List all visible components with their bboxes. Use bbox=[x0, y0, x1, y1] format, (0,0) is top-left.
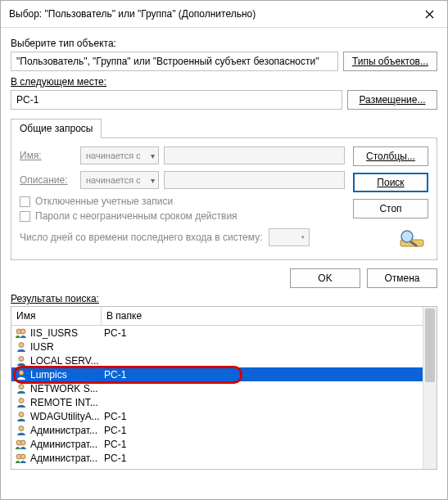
chevron-down-icon: ▾ bbox=[151, 176, 155, 185]
user-icon bbox=[15, 397, 28, 408]
description-label: Описание: bbox=[20, 174, 75, 186]
list-item-folder: PC-1 bbox=[101, 453, 437, 464]
user-icon bbox=[15, 425, 28, 436]
svg-point-9 bbox=[19, 398, 24, 403]
object-types-button[interactable]: Типы объектов... bbox=[343, 52, 437, 71]
disabled-accounts-label: Отключенные учетные записи bbox=[35, 196, 173, 207]
user-icon bbox=[15, 383, 28, 394]
user-icon bbox=[15, 355, 28, 367]
chevron-down-icon: ▾ bbox=[297, 234, 309, 241]
list-item-name: Администрат... bbox=[30, 439, 101, 450]
description-input[interactable] bbox=[164, 171, 345, 189]
column-header-folder[interactable]: В папке bbox=[102, 307, 437, 325]
object-type-label: Выберите тип объекта: bbox=[11, 38, 437, 49]
cancel-button[interactable]: Отмена bbox=[367, 268, 437, 288]
list-item-name: Администрат... bbox=[30, 453, 101, 464]
ok-button[interactable]: OK bbox=[290, 268, 360, 288]
list-item-name: IUSR bbox=[30, 341, 101, 353]
results-label: Результаты поиска: bbox=[11, 293, 437, 304]
columns-button[interactable]: Столбцы... bbox=[353, 146, 428, 166]
days-since-logon-combo[interactable]: ▾ bbox=[269, 228, 310, 246]
svg-point-5 bbox=[19, 342, 24, 347]
description-match-combo[interactable]: начинается с▾ bbox=[80, 171, 159, 189]
name-match-combo[interactable]: начинается с▾ bbox=[80, 146, 159, 164]
user-icon bbox=[15, 369, 28, 381]
results-list[interactable]: Имя В папке IIS_IUSRSPC-1IUSRLOCAL SERV.… bbox=[11, 306, 437, 470]
search-icon bbox=[396, 225, 428, 251]
user-icon bbox=[15, 341, 28, 353]
svg-point-15 bbox=[20, 454, 25, 459]
close-icon bbox=[425, 10, 434, 19]
list-item-name: WDAGUtilityA... bbox=[30, 411, 101, 422]
list-item[interactable]: LumpicsPC-1 bbox=[11, 367, 437, 381]
list-item-folder: PC-1 bbox=[101, 327, 437, 339]
group-icon bbox=[15, 327, 28, 339]
scrollbar[interactable] bbox=[423, 307, 437, 469]
list-item-folder: PC-1 bbox=[101, 439, 437, 450]
name-input[interactable] bbox=[164, 146, 345, 164]
svg-point-13 bbox=[20, 440, 25, 445]
disabled-accounts-checkbox[interactable] bbox=[20, 196, 30, 207]
list-item-name: Администрат... bbox=[30, 425, 101, 436]
list-item[interactable]: REMOTE INT... bbox=[11, 395, 437, 409]
nonexpiring-passwords-checkbox[interactable] bbox=[20, 211, 30, 222]
location-button[interactable]: Размещение... bbox=[347, 90, 437, 110]
group-icon bbox=[15, 453, 28, 464]
list-item-folder: PC-1 bbox=[101, 425, 437, 436]
list-item[interactable]: IUSR bbox=[11, 340, 437, 354]
chevron-down-icon: ▾ bbox=[151, 151, 155, 160]
svg-point-8 bbox=[19, 384, 24, 389]
tab-strip: Общие запросы bbox=[11, 118, 437, 138]
list-item[interactable]: IIS_IUSRSPC-1 bbox=[11, 326, 437, 340]
list-item-name: NETWORK S... bbox=[30, 383, 101, 394]
svg-point-1 bbox=[401, 231, 413, 242]
list-item-name: LOCAL SERV... bbox=[30, 355, 101, 367]
column-header-name[interactable]: Имя bbox=[11, 307, 102, 325]
location-field[interactable]: PC-1 bbox=[11, 90, 342, 110]
group-icon bbox=[15, 439, 28, 450]
list-item-folder: PC-1 bbox=[101, 369, 437, 381]
svg-point-4 bbox=[20, 329, 25, 334]
object-type-field[interactable]: "Пользователь", "Группа" или "Встроенный… bbox=[11, 52, 338, 71]
close-button[interactable] bbox=[418, 6, 441, 22]
list-item[interactable]: LOCAL SERV... bbox=[11, 354, 437, 367]
user-icon bbox=[15, 411, 28, 422]
list-item-name: IIS_IUSRS bbox=[30, 327, 101, 339]
svg-point-6 bbox=[19, 356, 24, 361]
list-item-folder: PC-1 bbox=[101, 411, 437, 422]
list-item[interactable]: Администрат...PC-1 bbox=[11, 423, 437, 437]
svg-point-11 bbox=[19, 426, 24, 430]
find-now-button[interactable]: Поиск bbox=[353, 173, 428, 192]
scrollbar-thumb[interactable] bbox=[425, 309, 435, 382]
list-header[interactable]: Имя В папке bbox=[11, 307, 437, 326]
query-group: Имя: начинается с▾ Описание: начинается … bbox=[11, 138, 437, 260]
nonexpiring-passwords-label: Пароли с неограниченным сроком действия bbox=[35, 210, 238, 222]
days-since-logon-label: Число дней со времени последнего входа в… bbox=[20, 232, 262, 243]
list-item[interactable]: NETWORK S... bbox=[11, 381, 437, 395]
window-title: Выбор: "Пользователь" или "Группа" (Допо… bbox=[9, 8, 256, 20]
location-label: В следующем месте: bbox=[11, 76, 437, 88]
titlebar: Выбор: "Пользователь" или "Группа" (Допо… bbox=[1, 1, 447, 28]
list-item[interactable]: Администрат...PC-1 bbox=[11, 437, 437, 451]
list-item-name: Lumpics bbox=[30, 369, 101, 381]
stop-button[interactable]: Стоп bbox=[353, 199, 428, 218]
tab-common-queries[interactable]: Общие запросы bbox=[11, 119, 102, 138]
svg-point-10 bbox=[19, 412, 24, 417]
list-item-name: REMOTE INT... bbox=[30, 397, 101, 408]
name-label: Имя: bbox=[20, 150, 75, 161]
svg-point-7 bbox=[19, 370, 24, 375]
list-item[interactable]: Администрат...PC-1 bbox=[11, 451, 437, 465]
list-item[interactable]: WDAGUtilityA...PC-1 bbox=[11, 409, 437, 423]
